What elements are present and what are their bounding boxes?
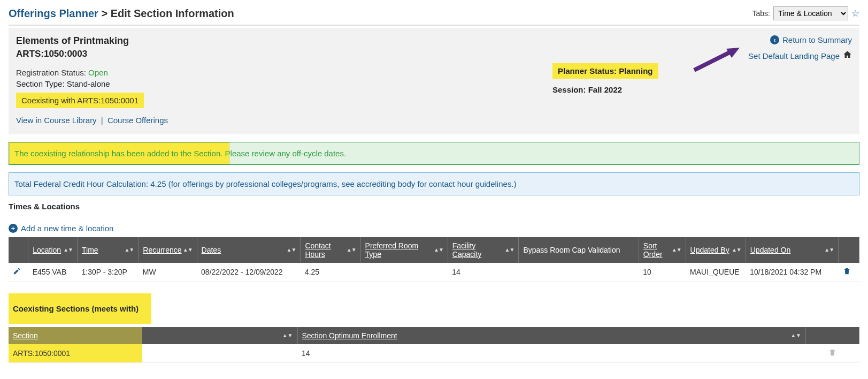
th-delete — [839, 237, 859, 263]
th-section[interactable]: Section▲▼ — [9, 327, 297, 344]
tabs-label: Tabs: — [752, 9, 770, 18]
sort-icon: ▲▼ — [282, 333, 293, 338]
th-preferred-room-type[interactable]: Preferred Room Type▲▼ — [360, 237, 448, 263]
th-optimum-enrollment[interactable]: Section Optimum Enrollment▲▼ — [297, 327, 806, 344]
th-dates[interactable]: Dates▲▼ — [197, 237, 301, 263]
cell-updated-on: 10/18/2021 04:32 PM — [746, 263, 838, 282]
add-time-location-link[interactable]: + Add a new time & location — [9, 224, 113, 233]
credit-info-alert: Total Federal Credit Hour Calculation: 4… — [9, 172, 859, 195]
coexisting-with-badge: Coexisting with ARTS:1050:0001 — [16, 93, 144, 108]
cell-facility-capacity: 14 — [448, 263, 519, 282]
th-time[interactable]: Time▲▼ — [78, 237, 139, 263]
cell-updated-by: MAUI_QUEUE — [686, 263, 746, 282]
cell-optimum-enrollment: 14 — [297, 344, 806, 363]
th-bypass: Bypass Room Cap Validation — [519, 237, 639, 263]
th-delete-coexisting — [806, 327, 859, 344]
course-title: Elements of Printmaking — [16, 35, 552, 47]
delete-row-icon[interactable] — [843, 268, 851, 277]
sort-icon: ▲▼ — [183, 247, 193, 253]
cell-contact-hours: 4.25 — [301, 263, 360, 282]
cell-sort-order: 10 — [639, 263, 686, 282]
cell-time: 1:30P - 3:20P — [78, 263, 139, 282]
favorite-star-icon[interactable]: ☆ — [851, 8, 859, 19]
times-locations-heading: Times & Locations — [9, 202, 859, 211]
edit-row-icon[interactable] — [13, 268, 21, 277]
th-contact-hours[interactable]: Contact Hours▲▼ — [301, 237, 360, 263]
sort-icon: ▲▼ — [287, 247, 296, 253]
th-updated-on[interactable]: Updated On▲▼ — [746, 237, 838, 263]
times-locations-table: Location▲▼ Time▲▼ Recurrence▲▼ Dates▲▼ C… — [9, 237, 859, 282]
sort-icon: ▲▼ — [63, 247, 73, 253]
chevron-left-circle-icon: ‹ — [770, 35, 779, 44]
home-icon — [843, 50, 852, 62]
registration-status-value: Open — [88, 68, 108, 77]
section-type-value: Stand-alone — [67, 79, 110, 88]
registration-status-label: Registration Status: — [16, 68, 86, 77]
th-recurrence[interactable]: Recurrence▲▼ — [139, 237, 197, 263]
cell-recurrence: MW — [139, 263, 197, 282]
links-separator: | — [101, 116, 103, 125]
breadcrumb: Offerings Planner > Edit Section Informa… — [9, 7, 234, 20]
sort-icon: ▲▼ — [124, 247, 134, 253]
success-alert: The coexisting relationship has been add… — [9, 142, 859, 165]
breadcrumb-parent-link[interactable]: Offerings Planner — [9, 7, 98, 19]
sort-icon: ▲▼ — [790, 333, 801, 338]
success-alert-text: The coexisting relationship has been add… — [14, 149, 854, 158]
return-to-summary-link[interactable]: ‹ Return to Summary — [692, 35, 852, 44]
coexisting-sections-table: Section▲▼ Section Optimum Enrollment▲▼ A… — [9, 327, 859, 363]
credit-info-text: Total Federal Credit Hour Calculation: 4… — [14, 179, 517, 188]
sort-icon: ▲▼ — [434, 247, 443, 253]
set-default-landing-link[interactable]: Set Default Landing Page — [692, 50, 852, 62]
set-default-landing-label: Set Default Landing Page — [748, 51, 840, 60]
table-row: E455 VAB 1:30P - 3:20P MW 08/22/2022 - 1… — [9, 263, 859, 282]
th-location[interactable]: Location▲▼ — [28, 237, 78, 263]
th-facility-capacity[interactable]: Facility Capacity▲▼ — [448, 237, 519, 263]
return-to-summary-label: Return to Summary — [782, 35, 852, 44]
breadcrumb-separator: > — [101, 7, 107, 19]
sort-icon: ▲▼ — [672, 247, 681, 253]
session-label: Session: Fall 2022 — [552, 85, 692, 94]
planner-status-badge: Planner Status: Planning — [552, 63, 658, 79]
course-code: ARTS:1050:0003 — [16, 49, 552, 59]
sort-icon: ▲▼ — [824, 247, 834, 253]
delete-coexisting-icon — [828, 349, 836, 358]
th-updated-by[interactable]: Updated By▲▼ — [686, 237, 746, 263]
th-sort-order[interactable]: Sort Order▲▼ — [639, 237, 686, 263]
tabs-select[interactable]: Time & Location — [773, 6, 848, 20]
cell-preferred-room — [360, 263, 448, 282]
sort-icon: ▲▼ — [732, 247, 741, 253]
th-edit — [9, 237, 28, 263]
course-offerings-link[interactable]: Course Offerings — [107, 116, 168, 125]
section-type-label: Section Type: — [16, 79, 65, 88]
breadcrumb-current: Edit Section Information — [111, 7, 234, 19]
cell-bypass — [519, 263, 639, 282]
view-course-library-link[interactable]: View in Course Library — [16, 116, 97, 125]
cell-section: ARTS:1050:0001 — [9, 344, 297, 363]
cell-dates: 08/22/2022 - 12/09/2022 — [197, 263, 301, 282]
sort-icon: ▲▼ — [505, 247, 514, 253]
sort-icon: ▲▼ — [347, 247, 356, 253]
coexisting-sections-heading: Coexisting Sections (meets with) — [13, 304, 139, 313]
table-row: ARTS:1050:0001 14 — [9, 344, 859, 363]
add-time-location-label: Add a new time & location — [21, 224, 113, 233]
plus-circle-icon: + — [9, 224, 18, 233]
cell-location: E455 VAB — [28, 263, 78, 282]
